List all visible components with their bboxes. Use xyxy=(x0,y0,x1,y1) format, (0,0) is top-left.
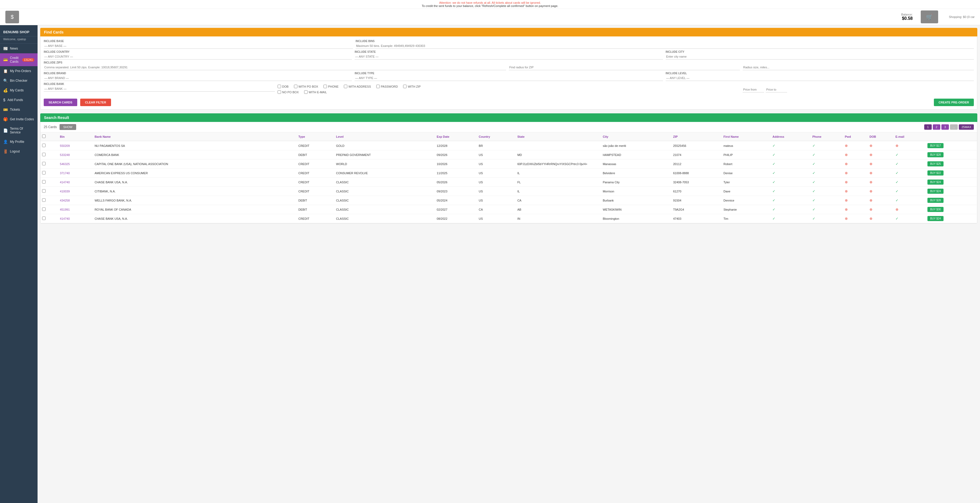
my-profile-icon: 👤 xyxy=(3,140,8,144)
sidebar-item-my-cards[interactable]: 💰 My Cards xyxy=(0,86,38,95)
sidebar-item-label: News xyxy=(10,47,18,51)
filter-zips-input[interactable] xyxy=(44,65,506,70)
filter-city-label: INCLUDE CITY xyxy=(666,51,974,53)
row-checkbox-cell xyxy=(40,187,58,196)
sidebar-item-my-profile[interactable]: 👤 My Profile xyxy=(0,137,38,147)
phone-check-icon: ✓ xyxy=(812,144,815,148)
sidebar-item-credit-cards[interactable]: 💳 Credit Cards 131241 xyxy=(0,53,38,66)
filter-brand-input[interactable] xyxy=(44,75,352,81)
row-select-checkbox[interactable] xyxy=(42,198,46,202)
row-select-checkbox[interactable] xyxy=(42,153,46,156)
filter-zip-radius-input[interactable] xyxy=(509,65,740,70)
checkbox-no-po-box[interactable]: NO PO BOX xyxy=(278,90,299,94)
select-all-checkbox[interactable] xyxy=(42,135,46,138)
row-email: ✓ xyxy=(894,168,926,178)
buy-button[interactable]: BUY $30 xyxy=(928,207,943,212)
sidebar-item-my-pre-orders[interactable]: 📋 My Pre-Orders xyxy=(0,66,38,76)
clear-filter-button[interactable]: CLEAR FILTER xyxy=(80,98,111,106)
row-select-checkbox[interactable] xyxy=(42,217,46,220)
sidebar-item-news[interactable]: 📰 News xyxy=(0,44,38,53)
row-buy-cell: BUY $24 xyxy=(926,214,977,223)
25max-btn[interactable]: 25MAX xyxy=(959,124,974,130)
checkbox-dob-input[interactable] xyxy=(278,85,281,88)
buy-button[interactable]: BUY $28 xyxy=(928,152,943,157)
checkbox-password[interactable]: PASSWORD xyxy=(376,85,398,88)
cart-btn[interactable]: 🛒 xyxy=(921,10,938,23)
show-button[interactable]: SHOW xyxy=(60,124,76,130)
email-check-icon: ✓ xyxy=(896,189,899,193)
email-check-icon: ✓ xyxy=(896,198,899,202)
row-select-checkbox[interactable] xyxy=(42,208,46,211)
checkbox-with-email[interactable]: WITH E-MAIL xyxy=(304,90,327,94)
buy-button[interactable]: BUY $17 xyxy=(928,143,943,148)
filter-base-label: INCLUDE BASE xyxy=(44,40,353,43)
row-select-checkbox[interactable] xyxy=(42,144,46,147)
buy-button[interactable]: BUY $25 xyxy=(928,161,943,167)
row-exp: 10/2026 xyxy=(435,159,477,168)
filter-include-zips: INCLUDE ZIPS xyxy=(44,61,506,70)
row-bin: 550209 xyxy=(58,141,93,150)
page-2-btn[interactable]: 2 xyxy=(933,124,940,130)
checkbox-phone-input[interactable] xyxy=(323,85,327,88)
price-to-input[interactable] xyxy=(766,87,787,92)
row-state: IL xyxy=(516,168,601,178)
row-address: ✓ xyxy=(771,178,811,187)
sidebar-item-bin-checker[interactable]: 🔍 Bin Checker xyxy=(0,76,38,86)
row-select-checkbox[interactable] xyxy=(42,189,46,193)
buy-button[interactable]: BUY $24 xyxy=(928,216,943,221)
sidebar-item-logout[interactable]: 🚪 Logout xyxy=(0,147,38,156)
sidebar-item-get-invite-codes[interactable]: 🎁 Get Invite Codes xyxy=(0,114,38,124)
row-select-checkbox[interactable] xyxy=(42,180,46,184)
filter-city-input[interactable] xyxy=(666,54,974,59)
page-ellipsis-btn[interactable]: ... xyxy=(950,124,958,130)
buy-button[interactable]: BUY $24 xyxy=(928,179,943,185)
checkbox-phone[interactable]: PHONE xyxy=(323,85,339,88)
sidebar-item-tickets[interactable]: 🎫 Tickets xyxy=(0,105,38,114)
balance-section: Balance: $0.58 xyxy=(901,13,913,21)
checkbox-password-input[interactable] xyxy=(376,85,380,88)
row-zip: 25525456 xyxy=(671,141,722,150)
filter-type-input[interactable] xyxy=(355,75,663,81)
shopping-value: $0 (0 car xyxy=(963,15,975,19)
buy-button[interactable]: BUY $22 xyxy=(928,170,943,176)
filter-country-input[interactable] xyxy=(44,54,352,59)
row-bank: COMERICA BANK xyxy=(93,150,297,159)
page-1-btn[interactable]: 1 xyxy=(924,124,932,130)
sidebar-item-label: Bin Checker xyxy=(10,79,27,83)
checkbox-with-address-input[interactable] xyxy=(344,85,347,88)
filter-state-input[interactable] xyxy=(355,54,663,59)
email-check-icon: ✓ xyxy=(896,171,899,175)
filter-zip-radius-size-input[interactable] xyxy=(743,65,974,70)
buy-button[interactable]: BUY $28 xyxy=(928,198,943,203)
sidebar-item-terms[interactable]: 📄 Terms Of Service xyxy=(0,124,38,137)
row-select-checkbox[interactable] xyxy=(42,171,46,175)
sidebar-item-add-funds[interactable]: $ Add Funds xyxy=(0,95,38,105)
checkbox-with-po-box[interactable]: WITH PO BOX xyxy=(294,85,318,88)
price-from-input[interactable] xyxy=(743,87,764,92)
checkbox-with-email-input[interactable] xyxy=(304,90,308,94)
table-row: 546325 CAPITAL ONE BANK (USA), NATIONAL … xyxy=(40,159,977,168)
filter-bins-input[interactable] xyxy=(356,43,974,49)
checkbox-with-address[interactable]: WITH ADDRESS xyxy=(344,85,371,88)
filter-bank-input[interactable] xyxy=(44,86,275,92)
checkbox-with-po-box-input[interactable] xyxy=(294,85,298,88)
row-select-checkbox[interactable] xyxy=(42,162,46,165)
email-check-icon: ✓ xyxy=(896,180,899,184)
row-fname: Dennice xyxy=(722,196,771,205)
filter-include-level: INCLUDE LEVEL xyxy=(666,72,974,81)
checkbox-dob[interactable]: DOB xyxy=(278,85,289,88)
filter-level-input[interactable] xyxy=(666,75,974,81)
filter-include-bins: INCLUDE BINS xyxy=(356,40,974,49)
sidebar-item-label: Credit Cards xyxy=(10,56,19,63)
checkbox-with-zip[interactable]: WITH ZIP xyxy=(403,85,420,88)
search-cards-button[interactable]: SEARCH CARDS xyxy=(44,98,77,106)
shopping-section: Shopping: $0 (0 car xyxy=(949,15,975,19)
create-pre-order-button[interactable]: CREATE PRE-ORDER xyxy=(934,98,974,106)
page-3-btn[interactable]: 3 xyxy=(941,124,949,130)
filter-base-input[interactable] xyxy=(44,43,353,49)
filter-level-label: INCLUDE LEVEL xyxy=(666,72,974,75)
dollar-btn[interactable]: $ xyxy=(5,11,19,23)
buy-button[interactable]: BUY $24 xyxy=(928,189,943,194)
checkbox-with-zip-input[interactable] xyxy=(403,85,407,88)
checkbox-no-po-box-input[interactable] xyxy=(278,90,281,94)
